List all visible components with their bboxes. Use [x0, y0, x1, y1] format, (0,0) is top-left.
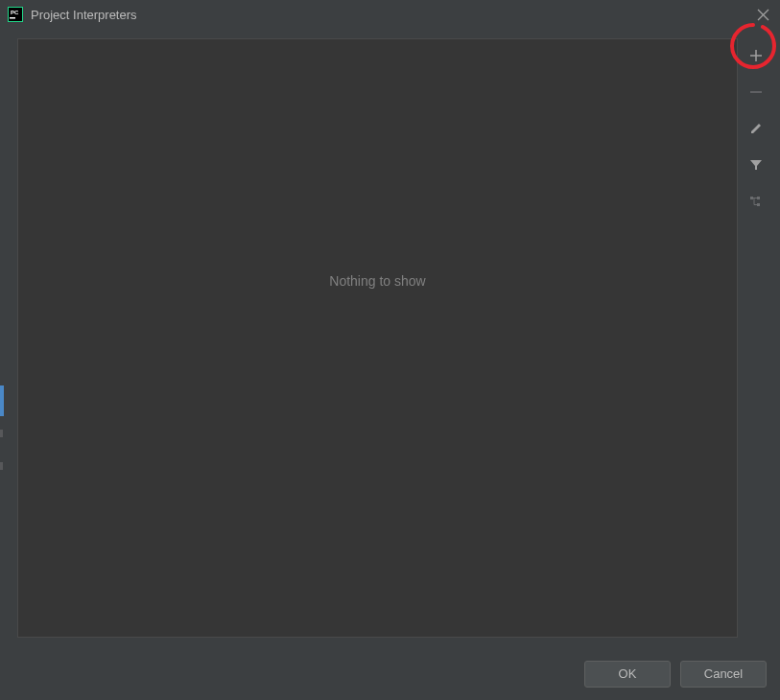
side-toolbar: [742, 38, 770, 638]
svg-rect-9: [750, 197, 753, 199]
edge-indicator: [0, 385, 4, 416]
close-button[interactable]: [753, 5, 772, 24]
ok-button[interactable]: OK: [584, 661, 671, 688]
dialog-title: Project Interpreters: [31, 8, 753, 22]
edit-interpreter-button[interactable]: [745, 117, 768, 140]
interpreters-list-panel: Nothing to show: [17, 38, 738, 638]
pencil-icon: [749, 122, 763, 135]
edge-mark: [0, 430, 3, 437]
filter-button[interactable]: [745, 153, 768, 176]
minus-icon: [749, 85, 763, 99]
add-interpreter-button[interactable]: [745, 44, 768, 67]
project-interpreters-dialog: PC Project Interpreters Nothing to show: [0, 0, 780, 700]
pycharm-icon: PC: [8, 7, 23, 22]
svg-rect-10: [757, 197, 760, 199]
edge-mark: [0, 462, 3, 470]
svg-rect-3: [10, 17, 15, 19]
filter-icon: [749, 158, 763, 172]
titlebar: PC Project Interpreters: [0, 0, 780, 29]
empty-state-text: Nothing to show: [329, 273, 425, 289]
svg-rect-11: [757, 203, 760, 206]
plus-icon: [749, 49, 763, 62]
svg-text:PC: PC: [11, 10, 19, 15]
show-paths-button[interactable]: [745, 190, 768, 213]
cancel-button[interactable]: Cancel: [680, 661, 767, 688]
tree-icon: [749, 195, 763, 208]
content-area: Nothing to show: [0, 29, 780, 647]
button-bar: OK Cancel: [0, 647, 780, 700]
remove-interpreter-button[interactable]: [745, 81, 768, 104]
